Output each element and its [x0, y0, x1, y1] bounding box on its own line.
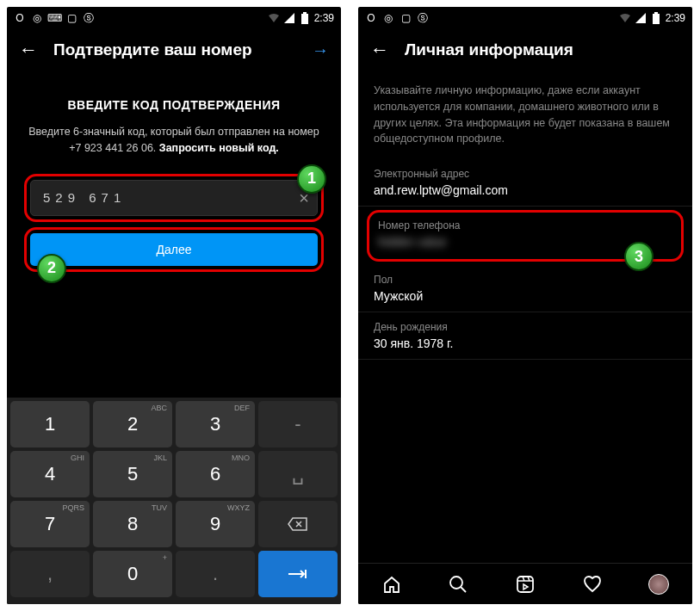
phone-field-highlight: Номер телефона hidden value 3: [367, 210, 684, 262]
wifi-icon: [268, 12, 280, 24]
status-bar: O ◎ ⌨ ▢ ⓢ 2:39: [7, 7, 341, 29]
numeric-keyboard: 1 ABC2 DEF3 - GHI4 JKL5 MNO6 ␣ PQRS7 TUV…: [7, 398, 341, 604]
key-1[interactable]: 1: [10, 401, 90, 447]
birthday-field[interactable]: День рождения 30 янв. 1978 г.: [358, 312, 692, 360]
badge-2: 2: [37, 254, 66, 283]
opera-icon: O: [14, 12, 26, 24]
svg-rect-3: [654, 12, 658, 14]
shazam-icon: ⓢ: [417, 12, 429, 24]
tv-icon: ▢: [65, 12, 77, 24]
key-backspace[interactable]: [258, 501, 338, 547]
instagram-icon: ◎: [382, 12, 394, 24]
key-6[interactable]: MNO6: [176, 451, 255, 497]
gender-field[interactable]: Пол Мужской: [358, 265, 692, 312]
description: Указывайте личную информацию, даже если …: [358, 71, 692, 159]
code-input-highlight: 529 671 × 1: [24, 174, 324, 222]
key-space[interactable]: ␣: [258, 451, 338, 497]
key-8[interactable]: TUV8: [93, 501, 172, 547]
badge-1: 1: [297, 164, 326, 194]
signal-icon: [283, 12, 295, 24]
shazam-icon: ⓢ: [83, 12, 95, 24]
profile-avatar[interactable]: [648, 574, 669, 595]
gender-value: Мужской: [374, 289, 677, 303]
keyboard-icon: ⌨: [48, 12, 60, 24]
birthday-value: 30 янв. 1978 г.: [374, 336, 677, 350]
key-3[interactable]: DEF3: [176, 401, 255, 447]
forward-icon[interactable]: →: [312, 40, 329, 60]
heart-icon[interactable]: [582, 574, 603, 595]
signal-icon: [635, 12, 647, 24]
svg-rect-5: [517, 577, 533, 592]
battery-icon: [650, 12, 662, 24]
home-icon[interactable]: [381, 574, 402, 595]
reels-icon[interactable]: [515, 574, 536, 595]
clock: 2:39: [314, 12, 334, 24]
key-9[interactable]: WXYZ9: [176, 501, 255, 547]
tv-icon: ▢: [400, 12, 412, 24]
key-2[interactable]: ABC2: [93, 401, 172, 447]
search-icon[interactable]: [448, 574, 468, 595]
key-5[interactable]: JKL5: [93, 451, 172, 497]
key-enter[interactable]: [258, 551, 338, 597]
code-input[interactable]: 529 671: [30, 180, 318, 216]
instagram-icon: ◎: [31, 12, 43, 24]
heading: ВВЕДИТЕ КОД ПОДТВЕРЖДЕНИЯ: [24, 98, 324, 112]
email-label: Электронный адрес: [374, 168, 677, 180]
svg-point-4: [450, 577, 462, 589]
opera-icon: O: [365, 12, 377, 24]
wifi-icon: [619, 12, 631, 24]
phone-label: Номер телефона: [378, 219, 672, 231]
back-icon[interactable]: ←: [370, 39, 389, 61]
key-7[interactable]: PQRS7: [10, 501, 90, 547]
back-icon[interactable]: ←: [19, 39, 38, 61]
status-bar: O ◎ ▢ ⓢ 2:39: [358, 7, 692, 29]
email-field[interactable]: Электронный адрес and.rew.lptw@gmail.com: [358, 159, 692, 207]
header: ← Подтвердите ваш номер →: [7, 29, 341, 71]
bottom-nav: [358, 563, 692, 604]
svg-rect-1: [303, 12, 307, 14]
badge-3: 3: [624, 242, 654, 271]
svg-rect-0: [301, 14, 308, 24]
instruction: Введите 6-значный код, который был отпра…: [24, 124, 324, 157]
battery-icon: [299, 12, 311, 24]
key-period[interactable]: .: [176, 551, 255, 597]
key-minus[interactable]: -: [258, 401, 338, 447]
svg-rect-2: [653, 14, 660, 24]
key-4[interactable]: GHI4: [10, 451, 90, 497]
key-0[interactable]: +0: [93, 551, 172, 597]
header: ← Личная информация: [358, 29, 692, 71]
clock: 2:39: [666, 12, 685, 24]
email-value: and.rew.lptw@gmail.com: [374, 183, 677, 197]
page-title: Личная информация: [405, 40, 573, 59]
gender-label: Пол: [374, 274, 677, 286]
key-comma[interactable]: ,: [10, 551, 90, 597]
next-button-highlight: Далее 2: [24, 227, 324, 272]
screen-verify-number: O ◎ ⌨ ▢ ⓢ 2:39 ← Подтвердите ваш номер →…: [7, 7, 341, 604]
next-button[interactable]: Далее: [30, 233, 318, 266]
content: ВВЕДИТЕ КОД ПОДТВЕРЖДЕНИЯ Введите 6-знач…: [7, 71, 341, 284]
screen-personal-info: O ◎ ▢ ⓢ 2:39 ← Личная информация Указыва…: [358, 7, 692, 604]
page-title: Подтвердите ваш номер: [53, 40, 252, 59]
birthday-label: День рождения: [374, 321, 677, 333]
